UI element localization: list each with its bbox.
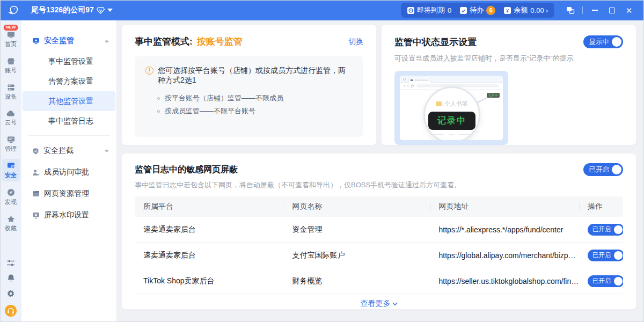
rail-label: 发现	[5, 198, 17, 206]
cell-platform: TikTok Shop卖家后台	[135, 276, 284, 286]
cell-url: https://global.alipay.com/merchant/bizpo…	[430, 251, 580, 260]
app-window: 尾号1326的公司97 即将到期 0 待办 6 余额 0.00 ›	[0, 0, 644, 322]
extensions-button[interactable]	[6, 259, 15, 267]
cell-page-name: 资金管理	[284, 225, 430, 235]
rail-item-home[interactable]: NEW 首页	[2, 28, 20, 50]
cell-platform: 速卖通卖家后台	[135, 225, 284, 235]
main-content: 事中监管模式: 按账号监管 切换 ! 您可选择按平台账号（店铺）或按成员方式进行…	[117, 20, 644, 322]
sidebar-item-in-process-settings[interactable]: 事中监管设置	[23, 52, 115, 71]
rail-label: 设备	[5, 93, 17, 101]
topbar-metrics: 即将到期 0 待办 6 余额 0.00 ›	[401, 3, 554, 18]
sidebar-item-watermark-settings[interactable]: 屏幕水印设置	[21, 204, 116, 226]
mode-option: 按平台账号（店铺）监管——不限成员	[165, 92, 283, 105]
sidebar-group-security-supervision[interactable]: 安全监管	[21, 30, 116, 52]
display-status-toggle[interactable]: 显示中	[583, 35, 624, 48]
minimize-button[interactable]	[587, 3, 602, 17]
block-card-title: 监管日志中的敏感网页屏蔽	[135, 164, 238, 175]
toggle-knob	[612, 37, 621, 47]
chevron-up-icon	[105, 40, 109, 42]
rail-label: 云号	[5, 119, 17, 127]
chevron-down-icon	[392, 302, 398, 306]
sidebar-item-web-resources[interactable]: 网页资源管理	[21, 183, 116, 204]
supervision-icon	[32, 38, 40, 45]
balance-metric[interactable]: 余额 0.00 ›	[504, 5, 548, 15]
todo-icon	[460, 7, 467, 14]
sidebar-item-supervision-logs[interactable]: 事中监管日志	[23, 111, 115, 131]
chevron-down-icon	[107, 9, 113, 12]
notice-text: 您可选择按平台账号（店铺）或按成员方式进行监管，两种方式2选1	[158, 66, 353, 85]
cell-url: https://*.aliexpress.*/apps/fund/center	[430, 225, 580, 234]
rail-label: 首页	[5, 40, 17, 48]
view-more-link[interactable]: 查看更多	[135, 294, 623, 313]
settings-button[interactable]	[6, 289, 15, 298]
row-toggle[interactable]: 已开启	[588, 275, 623, 287]
browser-window-icon	[32, 191, 40, 197]
toggle-knob	[612, 165, 621, 174]
table-row: TikTok Shop卖家后台 财务概览 https://seller.us.t…	[135, 268, 623, 294]
cell-page-name: 支付宝国际账户	[284, 251, 430, 260]
sensitive-pages-card: 监管日志中的敏感网页屏蔽 已开启 事中监管日志中若包含以下网页，将自动屏蔽（不可…	[121, 153, 636, 310]
header-url: 网页地址	[430, 202, 580, 211]
notifications-button[interactable]	[7, 274, 15, 282]
rail-item-security[interactable]: 安全	[2, 159, 20, 181]
switch-mode-link[interactable]: 切换	[348, 37, 363, 47]
row-toggle[interactable]: 已开启	[588, 250, 623, 261]
browser-dot-icon	[403, 78, 406, 80]
sidebar-divider	[28, 135, 110, 136]
security-monitor-icon	[6, 162, 16, 170]
status-card-description: 可设置当成员进入被监管店铺时，是否显示“记录中”的提示	[394, 54, 623, 63]
rail-item-discover[interactable]: 发现	[2, 185, 20, 208]
recording-pill: 记录中	[428, 112, 475, 130]
current-mode-value: 按账号监管	[197, 35, 243, 48]
rail-label: 管理	[5, 145, 17, 153]
app-logo-icon	[8, 4, 19, 16]
sidebar-item-alert-plan[interactable]: 告警方案设置	[23, 71, 115, 91]
toolbar-separator	[582, 6, 583, 14]
close-button[interactable]: ✕	[621, 3, 636, 17]
rail-item-accounts[interactable]: 账号	[2, 54, 20, 77]
watermark-icon	[32, 212, 40, 219]
cloud-icon	[6, 109, 16, 118]
sidebar-item-label: 事中监管设置	[48, 57, 93, 67]
browser-mockup: ‹›⟳ 记录中 个人书签 记录中	[400, 76, 503, 140]
chevron-right-icon: ›	[546, 6, 548, 14]
expiring-count: 0	[448, 6, 451, 14]
balance-label: 余额	[514, 5, 528, 15]
table-row: 速卖通卖家后台 资金管理 https://*.aliexpress.*/apps…	[135, 217, 623, 243]
expiring-metric[interactable]: 即将到期 0	[407, 5, 451, 15]
window-switch-icon	[566, 6, 575, 14]
company-name: 尾号1326的公司97	[31, 5, 94, 15]
sliders-icon	[6, 259, 15, 267]
info-icon: !	[145, 67, 153, 75]
company-switcher[interactable]: 尾号1326的公司97	[31, 5, 113, 15]
toggle-label: 已开启	[592, 251, 611, 259]
header-platform: 所属平台	[135, 202, 284, 211]
sidebar-item-other-supervision[interactable]: 其他监管设置	[23, 91, 115, 111]
maximize-button[interactable]	[604, 3, 619, 17]
sidebar-item-label: 事中监管日志	[48, 116, 93, 126]
item-label: 成员访问审批	[44, 167, 89, 177]
rail-item-cloud[interactable]: 云号	[2, 107, 20, 129]
sidebar-item-member-approval[interactable]: 成员访问审批	[21, 162, 116, 183]
view-more-label: 查看更多	[361, 299, 391, 309]
rail-item-devices[interactable]: 设备	[2, 80, 20, 103]
window-switch-button[interactable]	[563, 3, 578, 17]
todo-label: 待办	[470, 5, 484, 15]
rail-label: 收藏	[5, 224, 17, 232]
group-label: 安全拦截	[43, 146, 74, 156]
rail-label: 安全	[5, 171, 17, 179]
block-feature-toggle[interactable]: 已开启	[583, 163, 624, 176]
support-button[interactable]	[5, 305, 17, 317]
table-row: 速卖通卖家后台 支付宝国际账户 https://global.alipay.co…	[135, 243, 623, 268]
rail-item-favorites[interactable]: 收藏	[2, 212, 20, 235]
vip-badge-icon	[97, 7, 105, 14]
balance-value: 0.00	[530, 6, 544, 14]
todo-metric[interactable]: 待办 6	[460, 5, 495, 15]
rail-item-manage[interactable]: 管理	[2, 133, 20, 155]
headset-icon	[7, 308, 14, 314]
clock-icon	[407, 7, 414, 14]
sidebar-group-security-intercept[interactable]: 安全拦截	[21, 140, 116, 162]
bell-icon	[7, 274, 15, 282]
expiring-label: 即将到期	[417, 5, 445, 15]
row-toggle[interactable]: 已开启	[588, 224, 623, 236]
